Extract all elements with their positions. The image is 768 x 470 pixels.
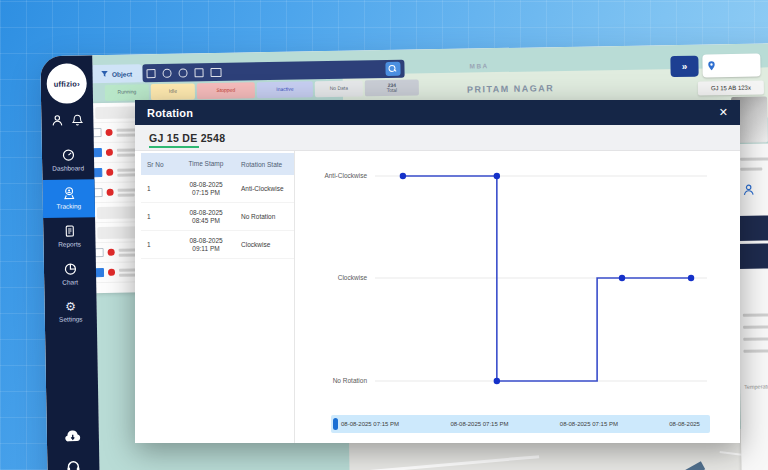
- reports-icon: [63, 224, 76, 237]
- brand-text: uffizio: [54, 79, 78, 88]
- status-dot: [107, 189, 114, 196]
- col-header-state: Rotation State: [241, 161, 293, 168]
- cell-timestamp: 08-08-202507:15 PM: [171, 181, 241, 197]
- timeline-scrollbar[interactable]: 08-08-2025 07:15 PM 08-08-2025 07:15 PM …: [331, 415, 710, 433]
- cell-timestamp: 08-08-202509:11 PM: [171, 237, 241, 253]
- table-row: 1 08-08-202507:15 PM Anti-Clockwise: [141, 175, 294, 203]
- active-underline: [149, 146, 199, 148]
- cell-srno: 1: [141, 213, 171, 220]
- dashboard-icon: [61, 148, 74, 161]
- sidebar-item-tracking[interactable]: Tracking: [42, 179, 95, 218]
- cell-timestamp: 08-08-202508:45 PM: [171, 209, 241, 225]
- status-dot: [106, 129, 113, 136]
- sidebar-item-label: Chart: [62, 278, 78, 285]
- cell-srno: 1: [141, 241, 171, 248]
- modal-title: Rotation: [147, 107, 193, 119]
- cell-srno: 1: [141, 185, 171, 192]
- person-icon[interactable]: [178, 68, 187, 77]
- settings-icon: ⚙: [65, 300, 76, 312]
- vehicle-title: GJ 15 DE 2548: [149, 132, 225, 144]
- rotation-chart: Anti-Clockwise Clockwise No Rotation 08-…: [295, 151, 740, 443]
- status-dot: [106, 169, 113, 176]
- chip-stopped[interactable]: Stopped: [197, 82, 255, 99]
- chip-idle[interactable]: Idle: [151, 83, 195, 100]
- table-row: 1 08-08-202509:11 PM Clockwise: [141, 231, 294, 259]
- sidebar-item-label: Tracking: [56, 202, 81, 209]
- timeline-label: 08-08-2025 07:15 PM: [560, 421, 618, 427]
- chip-label: Idle: [169, 89, 177, 95]
- support-headset-icon[interactable]: [65, 458, 81, 470]
- location-pin-icon: [706, 60, 716, 71]
- sidebar: uffizio› Dashboard Tracki: [40, 55, 100, 470]
- timeline-label: 08-08-2025: [669, 421, 700, 427]
- step-line-chart: [295, 151, 740, 411]
- sidebar-item-label: Dashboard: [52, 164, 84, 172]
- checkbox[interactable]: [95, 248, 104, 257]
- chip-label: Running: [118, 90, 137, 96]
- sidebar-item-dashboard[interactable]: Dashboard: [42, 141, 95, 180]
- timeline-handle[interactable]: [333, 418, 338, 430]
- checkbox[interactable]: [93, 168, 102, 177]
- status-dot: [108, 269, 115, 276]
- account-row: [41, 113, 93, 127]
- close-icon[interactable]: ✕: [719, 106, 728, 119]
- search-icon: [388, 65, 395, 72]
- location-search-box[interactable]: [702, 54, 760, 78]
- bell-icon[interactable]: [71, 113, 83, 126]
- cloud-download-icon[interactable]: [63, 427, 83, 442]
- sidebar-item-settings[interactable]: ⚙ Settings: [44, 293, 97, 331]
- rotation-table: Sr No Time Stamp Rotation State 1 08-08-…: [135, 151, 295, 443]
- sidebar-bottom: [47, 427, 100, 470]
- col-header-timestamp: Time Stamp: [171, 160, 241, 168]
- table-header-row: Sr No Time Stamp Rotation State: [141, 153, 294, 175]
- checkbox[interactable]: [94, 188, 103, 197]
- sidebar-item-label: Reports: [58, 240, 81, 247]
- chip-running[interactable]: Running: [105, 84, 149, 101]
- map-place-label: MBA: [469, 62, 488, 69]
- tab-object-label: Object: [112, 70, 132, 77]
- asset-icon[interactable]: [194, 68, 203, 77]
- sidebar-nav: Dashboard Tracking Reports Cha: [42, 141, 97, 331]
- checkbox[interactable]: [92, 128, 101, 137]
- sidebar-item-label: Settings: [59, 315, 83, 322]
- cell-state: Clockwise: [241, 241, 293, 248]
- detail-row-dark[interactable]: [737, 215, 768, 241]
- sidebar-item-reports[interactable]: Reports: [43, 217, 96, 256]
- chip-label: Total: [387, 88, 398, 94]
- chip-label: Inactive: [276, 87, 293, 93]
- filter-icon: [101, 70, 109, 78]
- chip-inactive[interactable]: Inactive: [257, 81, 313, 98]
- detail-row-dark[interactable]: [738, 243, 768, 269]
- modal-subheader: GJ 15 DE 2548: [135, 125, 740, 151]
- cell-state: Anti-Clockwise: [241, 185, 293, 192]
- chip-label: No Data: [330, 86, 348, 92]
- tab-object[interactable]: Object: [90, 64, 142, 83]
- chip-label: Stopped: [216, 88, 235, 94]
- timeline-label: 08-08-2025 07:15 PM: [341, 421, 399, 427]
- checkbox[interactable]: [95, 268, 104, 277]
- panel-expand-button[interactable]: »: [670, 56, 698, 77]
- cell-state: No Rotation: [241, 213, 293, 220]
- user-icon[interactable]: [51, 114, 63, 127]
- chip-total[interactable]: 234 Total: [365, 79, 419, 96]
- search-button[interactable]: [385, 62, 400, 76]
- checkbox[interactable]: [93, 148, 102, 157]
- chip-nodata[interactable]: No Data: [315, 80, 363, 97]
- driver-icon[interactable]: [162, 68, 171, 77]
- sidebar-item-chart[interactable]: Chart: [44, 255, 97, 294]
- brand-logo[interactable]: uffizio›: [46, 63, 87, 104]
- vehicle-search-label[interactable]: GJ 15 AB 123x: [698, 80, 764, 95]
- driver-avatar-icon: [743, 184, 755, 196]
- table-row: 1 08-08-202508:45 PM No Rotation: [141, 203, 294, 231]
- rotation-modal: Rotation ✕ GJ 15 DE 2548 Sr No Time Stam…: [135, 100, 740, 443]
- modal-body: Sr No Time Stamp Rotation State 1 08-08-…: [135, 151, 740, 443]
- right-panel-note: Temperature: [744, 383, 768, 390]
- right-detail-panel: Temperature: [736, 143, 768, 470]
- map-place-label: PRITAM NAGAR: [467, 83, 554, 95]
- status-dot: [108, 249, 115, 256]
- chat-icon[interactable]: [210, 67, 221, 76]
- chart-icon: [63, 262, 76, 275]
- vehicle-icon[interactable]: [146, 69, 155, 78]
- timeline-label: 08-08-2025 07:15 PM: [450, 421, 508, 427]
- modal-header: Rotation ✕: [135, 100, 740, 125]
